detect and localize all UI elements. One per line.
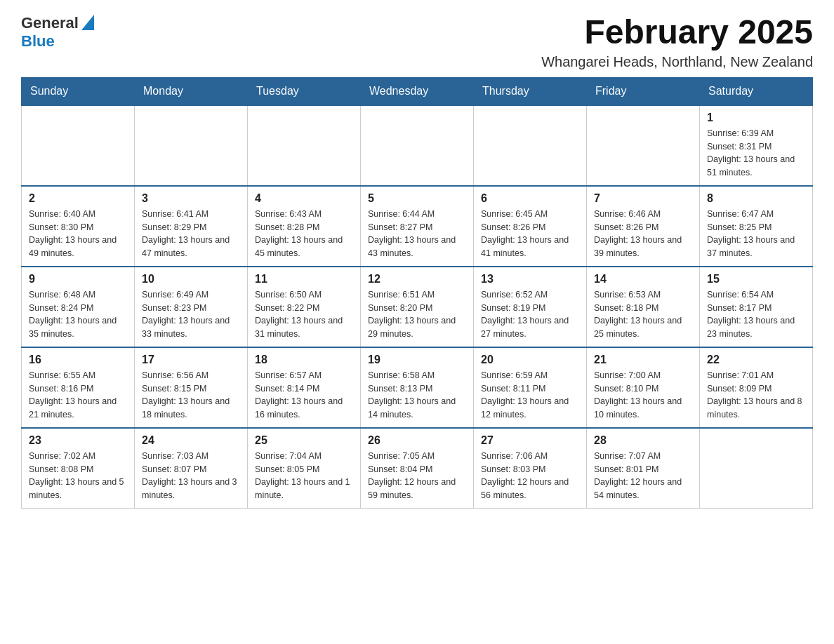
day-number: 3 bbox=[142, 192, 240, 205]
calendar-day-cell: 24Sunrise: 7:03 AM Sunset: 8:07 PM Dayli… bbox=[135, 428, 248, 509]
calendar-day-cell: 4Sunrise: 6:43 AM Sunset: 8:28 PM Daylig… bbox=[248, 186, 361, 267]
calendar-day-cell: 26Sunrise: 7:05 AM Sunset: 8:04 PM Dayli… bbox=[361, 428, 474, 509]
day-info: Sunrise: 6:58 AM Sunset: 8:13 PM Dayligh… bbox=[368, 369, 466, 422]
day-info: Sunrise: 6:51 AM Sunset: 8:20 PM Dayligh… bbox=[368, 288, 466, 341]
day-info: Sunrise: 6:39 AM Sunset: 8:31 PM Dayligh… bbox=[707, 127, 805, 180]
day-info: Sunrise: 6:41 AM Sunset: 8:29 PM Dayligh… bbox=[142, 208, 240, 260]
page-header: General Blue February 2025 Whangarei Hea… bbox=[21, 14, 813, 70]
day-number: 16 bbox=[29, 354, 127, 366]
calendar-day-cell: 28Sunrise: 7:07 AM Sunset: 8:01 PM Dayli… bbox=[587, 428, 700, 509]
calendar-day-cell bbox=[22, 105, 135, 186]
day-number: 4 bbox=[255, 192, 353, 205]
day-number: 17 bbox=[142, 354, 240, 366]
day-info: Sunrise: 6:44 AM Sunset: 8:27 PM Dayligh… bbox=[368, 208, 466, 260]
day-info: Sunrise: 6:57 AM Sunset: 8:14 PM Dayligh… bbox=[255, 369, 353, 422]
calendar-day-cell: 6Sunrise: 6:45 AM Sunset: 8:26 PM Daylig… bbox=[474, 186, 587, 267]
calendar-header-row: SundayMondayTuesdayWednesdayThursdayFrid… bbox=[22, 77, 813, 105]
day-number: 7 bbox=[594, 192, 692, 205]
day-number: 12 bbox=[368, 273, 466, 286]
calendar-week-row: 9Sunrise: 6:48 AM Sunset: 8:24 PM Daylig… bbox=[22, 267, 813, 347]
calendar-day-cell: 8Sunrise: 6:47 AM Sunset: 8:25 PM Daylig… bbox=[700, 186, 813, 267]
day-number: 20 bbox=[481, 354, 579, 366]
day-info: Sunrise: 7:07 AM Sunset: 8:01 PM Dayligh… bbox=[594, 450, 692, 502]
day-number: 2 bbox=[29, 192, 127, 205]
day-number: 13 bbox=[481, 273, 579, 286]
day-number: 6 bbox=[481, 192, 579, 205]
logo: General Blue bbox=[21, 14, 94, 51]
calendar-day-cell bbox=[361, 105, 474, 186]
calendar-day-cell: 27Sunrise: 7:06 AM Sunset: 8:03 PM Dayli… bbox=[474, 428, 587, 509]
day-number: 8 bbox=[707, 192, 805, 205]
calendar-day-cell: 19Sunrise: 6:58 AM Sunset: 8:13 PM Dayli… bbox=[361, 347, 474, 428]
day-of-week-header: Sunday bbox=[22, 77, 135, 105]
day-info: Sunrise: 7:04 AM Sunset: 8:05 PM Dayligh… bbox=[255, 450, 353, 502]
calendar-week-row: 1Sunrise: 6:39 AM Sunset: 8:31 PM Daylig… bbox=[22, 105, 813, 186]
day-of-week-header: Friday bbox=[587, 77, 700, 105]
location-title: Whangarei Heads, Northland, New Zealand bbox=[541, 54, 813, 70]
calendar-day-cell: 22Sunrise: 7:01 AM Sunset: 8:09 PM Dayli… bbox=[700, 347, 813, 428]
calendar-week-row: 16Sunrise: 6:55 AM Sunset: 8:16 PM Dayli… bbox=[22, 347, 813, 428]
day-number: 10 bbox=[142, 273, 240, 286]
logo-blue-text: Blue bbox=[21, 32, 55, 50]
calendar-day-cell: 21Sunrise: 7:00 AM Sunset: 8:10 PM Dayli… bbox=[587, 347, 700, 428]
day-number: 25 bbox=[255, 434, 353, 447]
calendar-day-cell: 5Sunrise: 6:44 AM Sunset: 8:27 PM Daylig… bbox=[361, 186, 474, 267]
calendar-day-cell: 1Sunrise: 6:39 AM Sunset: 8:31 PM Daylig… bbox=[700, 105, 813, 186]
day-info: Sunrise: 6:46 AM Sunset: 8:26 PM Dayligh… bbox=[594, 208, 692, 260]
day-number: 19 bbox=[368, 354, 466, 366]
day-info: Sunrise: 6:55 AM Sunset: 8:16 PM Dayligh… bbox=[29, 369, 127, 422]
day-info: Sunrise: 6:49 AM Sunset: 8:23 PM Dayligh… bbox=[142, 288, 240, 341]
calendar-day-cell: 7Sunrise: 6:46 AM Sunset: 8:26 PM Daylig… bbox=[587, 186, 700, 267]
day-info: Sunrise: 7:02 AM Sunset: 8:08 PM Dayligh… bbox=[29, 450, 127, 502]
day-info: Sunrise: 6:40 AM Sunset: 8:30 PM Dayligh… bbox=[29, 208, 127, 260]
calendar-day-cell: 17Sunrise: 6:56 AM Sunset: 8:15 PM Dayli… bbox=[135, 347, 248, 428]
day-info: Sunrise: 6:45 AM Sunset: 8:26 PM Dayligh… bbox=[481, 208, 579, 260]
day-number: 21 bbox=[594, 354, 692, 366]
day-info: Sunrise: 6:48 AM Sunset: 8:24 PM Dayligh… bbox=[29, 288, 127, 341]
day-info: Sunrise: 6:50 AM Sunset: 8:22 PM Dayligh… bbox=[255, 288, 353, 341]
day-of-week-header: Wednesday bbox=[361, 77, 474, 105]
day-of-week-header: Tuesday bbox=[248, 77, 361, 105]
day-of-week-header: Thursday bbox=[474, 77, 587, 105]
calendar-day-cell: 25Sunrise: 7:04 AM Sunset: 8:05 PM Dayli… bbox=[248, 428, 361, 509]
day-number: 14 bbox=[594, 273, 692, 286]
calendar-day-cell bbox=[587, 105, 700, 186]
day-number: 18 bbox=[255, 354, 353, 366]
day-number: 24 bbox=[142, 434, 240, 447]
day-info: Sunrise: 6:54 AM Sunset: 8:17 PM Dayligh… bbox=[707, 288, 805, 341]
calendar-day-cell bbox=[135, 105, 248, 186]
day-info: Sunrise: 6:53 AM Sunset: 8:18 PM Dayligh… bbox=[594, 288, 692, 341]
calendar-day-cell: 14Sunrise: 6:53 AM Sunset: 8:18 PM Dayli… bbox=[587, 267, 700, 347]
calendar-day-cell: 2Sunrise: 6:40 AM Sunset: 8:30 PM Daylig… bbox=[22, 186, 135, 267]
logo-triangle-icon bbox=[81, 15, 94, 33]
day-number: 28 bbox=[594, 434, 692, 447]
day-info: Sunrise: 6:56 AM Sunset: 8:15 PM Dayligh… bbox=[142, 369, 240, 422]
calendar-day-cell: 9Sunrise: 6:48 AM Sunset: 8:24 PM Daylig… bbox=[22, 267, 135, 347]
logo-general-text: General bbox=[21, 14, 79, 32]
day-info: Sunrise: 7:03 AM Sunset: 8:07 PM Dayligh… bbox=[142, 450, 240, 502]
day-info: Sunrise: 7:01 AM Sunset: 8:09 PM Dayligh… bbox=[707, 369, 805, 422]
calendar-day-cell: 11Sunrise: 6:50 AM Sunset: 8:22 PM Dayli… bbox=[248, 267, 361, 347]
day-info: Sunrise: 6:47 AM Sunset: 8:25 PM Dayligh… bbox=[707, 208, 805, 260]
calendar-day-cell: 3Sunrise: 6:41 AM Sunset: 8:29 PM Daylig… bbox=[135, 186, 248, 267]
calendar-day-cell: 18Sunrise: 6:57 AM Sunset: 8:14 PM Dayli… bbox=[248, 347, 361, 428]
day-of-week-header: Monday bbox=[135, 77, 248, 105]
calendar-day-cell: 15Sunrise: 6:54 AM Sunset: 8:17 PM Dayli… bbox=[700, 267, 813, 347]
day-info: Sunrise: 7:00 AM Sunset: 8:10 PM Dayligh… bbox=[594, 369, 692, 422]
calendar-table: SundayMondayTuesdayWednesdayThursdayFrid… bbox=[21, 77, 813, 509]
calendar-day-cell bbox=[474, 105, 587, 186]
calendar-week-row: 2Sunrise: 6:40 AM Sunset: 8:30 PM Daylig… bbox=[22, 186, 813, 267]
day-number: 11 bbox=[255, 273, 353, 286]
calendar-day-cell: 16Sunrise: 6:55 AM Sunset: 8:16 PM Dayli… bbox=[22, 347, 135, 428]
day-number: 1 bbox=[707, 112, 805, 124]
month-title: February 2025 bbox=[541, 14, 813, 51]
calendar-day-cell: 13Sunrise: 6:52 AM Sunset: 8:19 PM Dayli… bbox=[474, 267, 587, 347]
day-info: Sunrise: 6:52 AM Sunset: 8:19 PM Dayligh… bbox=[481, 288, 579, 341]
day-info: Sunrise: 7:05 AM Sunset: 8:04 PM Dayligh… bbox=[368, 450, 466, 502]
calendar-day-cell: 10Sunrise: 6:49 AM Sunset: 8:23 PM Dayli… bbox=[135, 267, 248, 347]
day-info: Sunrise: 7:06 AM Sunset: 8:03 PM Dayligh… bbox=[481, 450, 579, 502]
day-number: 15 bbox=[707, 273, 805, 286]
day-info: Sunrise: 6:43 AM Sunset: 8:28 PM Dayligh… bbox=[255, 208, 353, 260]
calendar-day-cell bbox=[248, 105, 361, 186]
day-info: Sunrise: 6:59 AM Sunset: 8:11 PM Dayligh… bbox=[481, 369, 579, 422]
